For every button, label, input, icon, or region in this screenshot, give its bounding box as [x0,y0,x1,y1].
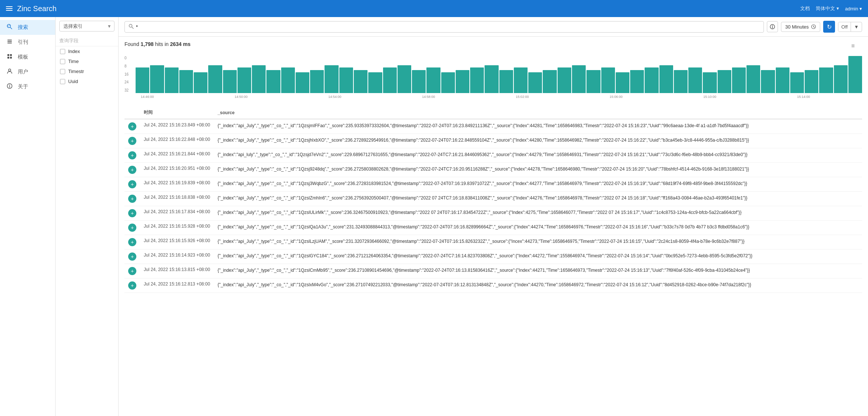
svg-point-21 [772,25,773,26]
chart-bar [179,70,193,93]
chart-bar [776,67,789,93]
chart-bar [543,70,556,93]
chart-bar [208,65,222,93]
chart-bar [165,67,179,93]
search-bar-icon [129,24,134,30]
index-icon [6,39,13,46]
field-item-time[interactable]: Time [56,56,118,66]
table-row: +Jul 24, 2022 15:16:15.928 +08:00{"_inde… [124,221,862,235]
chart-x-label: 14:50:00 [229,95,253,99]
field-item-timestr[interactable]: Timestr [56,66,118,76]
sidebar-item-index[interactable]: 引刊 [0,35,55,50]
chart-bar [558,67,571,93]
source-cell: {"_index":"api_July","_type":"_co_","_id… [214,278,862,293]
sidebar-label-panel: 模板 [18,54,28,60]
field-label-uuid: Uuid [68,79,78,84]
admin-menu[interactable]: admin ▾ [845,6,862,11]
chart-bar [746,65,760,93]
chart-bar [252,65,266,93]
sidebar-item-user[interactable]: 用户 [0,65,55,79]
chart-bar [136,67,149,93]
expand-row-button[interactable]: + [128,151,136,159]
field-label-timestr: Timestr [68,69,84,74]
expand-row-button[interactable]: + [128,166,136,174]
refresh-button[interactable]: ↻ [823,21,835,33]
chart-bar [732,67,746,93]
search-input[interactable] [136,24,760,30]
expand-row-button[interactable]: + [128,281,136,290]
source-cell: {"_index":"api_July","_type":"_co_","_id… [214,163,862,177]
expand-row-button[interactable]: + [128,238,136,246]
chart-bar [688,67,702,93]
field-search-container [56,35,118,46]
header-right: 文档 简体中文 ▾ admin ▾ [800,5,862,12]
expand-row-button[interactable]: + [128,180,136,188]
chart-y-labels: 32241680 [124,56,135,93]
chart-bar [572,65,586,93]
time-cell: Jul 24, 2022 15:16:15.926 +08:00 [140,235,214,250]
expand-row-button[interactable]: + [128,122,136,131]
field-checkbox-uuid[interactable] [60,79,65,84]
chart-bar [718,70,731,93]
table-row: +Jul 24, 2022 15:16:20.951 +08:00{"_inde… [124,163,862,177]
chart-bar [281,67,295,93]
expand-row-button[interactable]: + [128,224,136,232]
doc-link[interactable]: 文档 [800,5,810,12]
time-range-label: 30 Minutes [785,24,809,30]
index-select[interactable]: 选择索引 [59,21,114,32]
svg-point-2 [8,26,9,26]
chart-y-label: 32 [124,88,135,92]
expand-row-button[interactable]: + [128,137,136,145]
index-selector[interactable]: 选择索引 ▼ [59,21,114,32]
sidebar-item-about[interactable]: 关于 [0,79,55,94]
svg-rect-6 [7,43,12,43]
chart-bar [310,70,324,93]
svg-point-3 [9,25,10,26]
search-info-button[interactable] [767,21,778,32]
sidebar-item-search[interactable]: 搜索 [0,20,55,35]
chart-bar [485,65,498,93]
field-checkbox-timestr[interactable] [60,69,65,74]
sidebar-label-index: 引刊 [18,39,28,46]
expand-row-button[interactable]: + [128,209,136,217]
table-row: +Jul 24, 2022 15:16:17.834 +08:00{"_inde… [124,206,862,221]
field-item-uuid[interactable]: Uuid [56,76,118,86]
sidebar-item-panel[interactable]: 模板 [0,50,55,65]
panel-icon [6,53,13,61]
chart-bar [412,70,426,93]
chart-bar [266,70,280,93]
field-checkbox-index[interactable] [60,49,65,54]
menu-icon[interactable] [6,6,13,11]
sidebar-label-user: 用户 [18,69,28,75]
chart-bar [354,70,368,93]
chart-bar [601,67,615,93]
chart-bar [368,72,382,93]
field-checkbox-time[interactable] [60,59,65,64]
chart-bar [848,56,862,93]
table-row: +Jul 24, 2022 15:16:22.848 +08:00{"_inde… [124,134,862,148]
field-search-input[interactable] [59,38,119,43]
content-menu-icon[interactable]: ≡ [850,41,856,51]
refresh-icon: ↻ [827,23,832,30]
time-cell: Jul 24, 2022 15:16:23.849 +08:00 [140,119,214,134]
chart-y-label: 24 [124,80,135,84]
chevron-down-icon[interactable]: ▼ [851,22,862,32]
svg-rect-5 [7,41,12,42]
time-cell: Jul 24, 2022 15:16:12.813 +08:00 [140,278,214,293]
chart-bar [514,67,528,93]
field-item-index[interactable]: Index [56,46,118,56]
expand-row-button[interactable]: + [128,252,136,261]
time-range-button[interactable]: 30 Minutes [781,22,820,32]
chart-bars [136,56,862,93]
chart-bar [834,65,848,93]
admin-label: admin ▾ [845,6,862,11]
chart-bar [659,65,673,93]
expand-row-button[interactable]: + [128,267,136,275]
chart-x-label: 15:06:00 [604,95,628,99]
chart-bar [703,72,716,93]
chart-bar [441,72,455,93]
lang-selector[interactable]: 简体中文 ▾ [816,5,839,12]
chart-y-label: 0 [124,56,135,60]
query-time: 2634 ms [170,41,190,47]
expand-row-button[interactable]: + [128,195,136,203]
